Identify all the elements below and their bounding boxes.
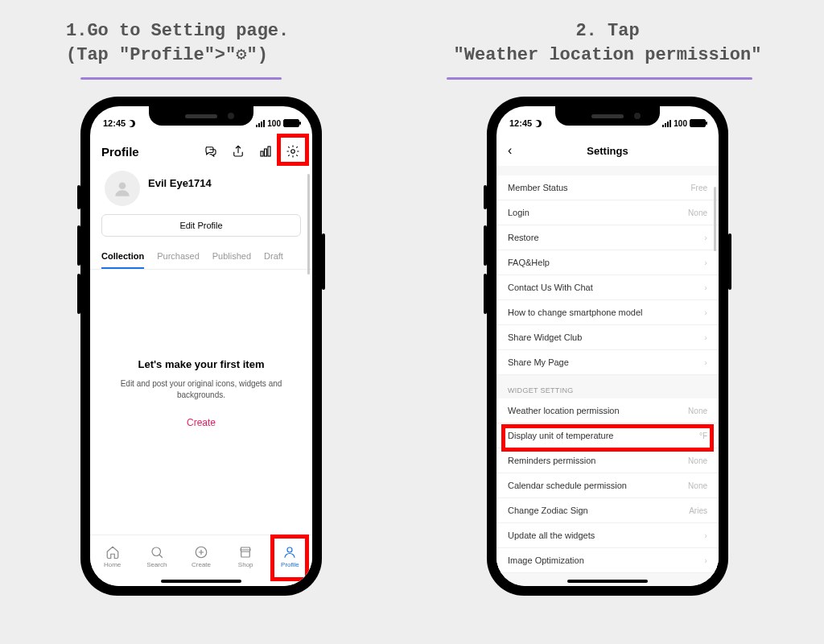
settings-list: Member StatusFree LoginNone Restore› FAQ…	[496, 166, 719, 586]
phone-frame-profile: 12:45 100 Profile Evil Eye1714 Edit Prof…	[80, 97, 322, 596]
settings-item-member-status[interactable]: Member StatusFree	[496, 175, 719, 200]
instruction-step-2: 2. Tap "Weather location permission"	[435, 19, 781, 67]
signal-icon	[256, 120, 265, 127]
underline-decoration	[80, 77, 282, 80]
scroll-indicator	[714, 187, 716, 251]
profile-tabs: Collection Purchased Published Draft	[90, 245, 312, 270]
settings-item-zodiac[interactable]: Change Zodiac SignAries	[496, 498, 719, 523]
settings-item-share-page[interactable]: Share My Page›	[496, 350, 719, 375]
svg-rect-2	[268, 147, 270, 156]
create-link[interactable]: Create	[114, 417, 288, 428]
phone-frame-settings: 12:45 100 ‹ Settings Member StatusFree L…	[487, 97, 728, 596]
nav-profile[interactable]: Profile	[268, 535, 312, 586]
svg-rect-1	[265, 149, 267, 156]
section-widget-setting: WIDGET SETTING	[496, 375, 719, 398]
battery-icon	[283, 119, 299, 127]
page-title: Profile	[101, 145, 139, 159]
tab-collection[interactable]: Collection	[101, 245, 144, 269]
battery-text: 100	[674, 119, 687, 128]
underline-decoration	[447, 77, 752, 80]
gear-icon[interactable]	[285, 143, 301, 159]
nav-shop[interactable]: Shop	[224, 535, 268, 586]
page-title: Settings	[587, 145, 628, 157]
empty-state: Let's make your first item Edit and post…	[90, 270, 312, 428]
settings-item-reminders[interactable]: Reminders permissionNone	[496, 448, 719, 473]
chat-icon[interactable]	[203, 143, 219, 159]
nav-home[interactable]: Home	[90, 535, 134, 586]
empty-description: Edit and post your original icons, widge…	[114, 378, 288, 401]
nav-create[interactable]: Create	[179, 535, 223, 586]
dnd-icon	[128, 120, 135, 127]
back-button[interactable]: ‹	[508, 143, 512, 158]
settings-item-faq[interactable]: FAQ&Help›	[496, 250, 719, 275]
battery-text: 100	[267, 119, 281, 128]
analytics-icon[interactable]	[258, 143, 274, 159]
svg-point-5	[152, 547, 161, 556]
svg-point-7	[287, 547, 292, 552]
settings-item-image-opt[interactable]: Image Optimization›	[496, 548, 719, 573]
nav-search[interactable]: Search	[134, 535, 179, 586]
settings-item-share-club[interactable]: Share Widget Club›	[496, 325, 719, 350]
battery-icon	[690, 119, 706, 127]
empty-title: Let's make your first item	[114, 358, 288, 370]
settings-item-contact[interactable]: Contact Us With Chat›	[496, 275, 719, 300]
svg-point-3	[291, 150, 295, 154]
home-indicator	[161, 580, 241, 583]
settings-item-calendar[interactable]: Calendar schedule permissionNone	[496, 473, 719, 498]
settings-item-temperature-unit[interactable]: Display unit of temperature°F	[496, 423, 719, 448]
scroll-indicator	[307, 174, 310, 275]
edit-profile-button[interactable]: Edit Profile	[101, 214, 301, 237]
bottom-nav: Home Search Create Shop Profile	[90, 535, 312, 586]
settings-item-update-widgets[interactable]: Update all the widgets›	[496, 523, 719, 548]
settings-item-change-model[interactable]: How to change smartphone model›	[496, 300, 719, 325]
settings-item-login[interactable]: LoginNone	[496, 200, 719, 225]
svg-point-4	[119, 182, 126, 189]
settings-item-restore[interactable]: Restore›	[496, 225, 719, 250]
avatar[interactable]	[105, 171, 140, 206]
tab-published[interactable]: Published	[212, 245, 251, 269]
tab-purchased[interactable]: Purchased	[157, 245, 200, 269]
share-icon[interactable]	[230, 143, 246, 159]
tab-draft[interactable]: Draft	[264, 245, 283, 269]
instruction-step-1: 1.Go to Setting page. (Tap "Profile">"⚙"…	[66, 19, 307, 67]
signal-icon	[662, 120, 671, 127]
username: Evil Eye1714	[148, 177, 212, 200]
svg-rect-0	[261, 151, 263, 156]
dnd-icon	[534, 120, 542, 127]
home-indicator	[567, 580, 648, 583]
settings-item-weather-location[interactable]: Weather location permissionNone	[496, 398, 719, 423]
